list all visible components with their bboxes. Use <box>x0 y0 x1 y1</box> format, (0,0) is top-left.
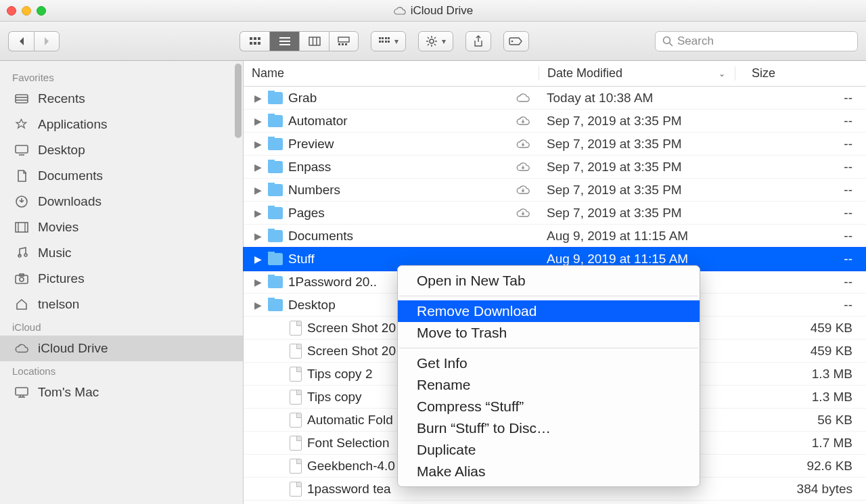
row-name: Automatic Fold <box>307 413 393 428</box>
folder-icon <box>268 161 283 173</box>
svg-rect-13 <box>338 43 340 45</box>
row-size: -- <box>756 137 866 152</box>
sidebar-item-downloads[interactable]: Downloads <box>0 189 243 214</box>
svg-rect-1 <box>254 37 256 40</box>
group-by-button[interactable]: ▾ <box>371 31 406 51</box>
downloads-icon <box>14 195 30 208</box>
table-row[interactable]: ▶PreviewSep 7, 2019 at 3:35 PM-- <box>244 133 866 156</box>
file-icon <box>290 459 302 474</box>
row-size: -- <box>756 229 866 244</box>
menu-item-open-in-new-tab[interactable]: Open in New Tab <box>398 270 700 292</box>
view-columns-button[interactable] <box>299 31 329 51</box>
menu-item-rename[interactable]: Rename <box>398 374 700 396</box>
sidebar-item-documents[interactable]: Documents <box>0 163 243 189</box>
disclosure-triangle-icon[interactable]: ▶ <box>253 139 263 150</box>
movies-icon <box>14 221 30 234</box>
sidebar-item-label: Tom's Mac <box>38 385 99 400</box>
file-icon <box>290 436 302 451</box>
window-title: iCloud Drive <box>393 4 474 18</box>
context-menu: Open in New TabRemove DownloadMove to Tr… <box>397 265 700 487</box>
svg-rect-5 <box>258 42 260 45</box>
chevron-down-icon: ▾ <box>442 37 446 46</box>
disclosure-triangle-icon[interactable]: ▶ <box>253 300 263 311</box>
disclosure-triangle-icon[interactable]: ▶ <box>253 277 263 288</box>
close-window-button[interactable] <box>7 6 16 16</box>
svg-rect-20 <box>385 37 387 39</box>
table-row[interactable]: ▶PagesSep 7, 2019 at 3:35 PM-- <box>244 202 866 225</box>
column-date-modified[interactable]: Date Modified ⌄ <box>539 66 735 81</box>
svg-rect-21 <box>388 37 390 39</box>
chevron-down-icon: ▾ <box>394 37 398 46</box>
action-menu-button[interactable]: ▾ <box>418 31 453 51</box>
folder-icon <box>268 207 283 219</box>
folder-icon <box>268 92 283 104</box>
disclosure-triangle-icon[interactable]: ▶ <box>253 231 263 242</box>
sidebar-item-label: Applications <box>38 117 107 132</box>
svg-line-29 <box>428 37 429 39</box>
table-row[interactable]: ▶AutomatorSep 7, 2019 at 3:35 PM-- <box>244 110 866 133</box>
row-size: 92.6 KB <box>756 459 866 474</box>
row-name: Numbers <box>288 183 340 198</box>
toolbar: ▾ ▾ Search <box>0 22 866 61</box>
applications-icon <box>14 118 30 131</box>
row-name: Stuff <box>288 252 315 267</box>
disclosure-triangle-icon[interactable]: ▶ <box>253 185 263 196</box>
menu-item-move-to-trash[interactable]: Move to Trash <box>398 322 700 344</box>
table-row[interactable]: ▶EnpassSep 7, 2019 at 3:35 PM-- <box>244 156 866 179</box>
menu-item-compress-stuff[interactable]: Compress “Stuff” <box>398 396 700 417</box>
sort-indicator-icon: ⌄ <box>719 69 725 78</box>
sidebar-item-pictures[interactable]: Pictures <box>0 266 243 292</box>
menu-item-remove-download[interactable]: Remove Download <box>398 300 700 322</box>
sidebar-item-recents[interactable]: Recents <box>0 86 243 112</box>
sidebar-item-label: Downloads <box>38 194 101 209</box>
zoom-window-button[interactable] <box>37 6 46 16</box>
disclosure-triangle-icon[interactable]: ▶ <box>253 254 263 265</box>
disclosure-triangle-icon[interactable]: ▶ <box>253 93 263 104</box>
disclosure-triangle-icon[interactable]: ▶ <box>253 116 263 127</box>
row-size: 1.3 MB <box>756 390 866 405</box>
back-button[interactable] <box>8 31 34 51</box>
minimize-window-button[interactable] <box>22 6 31 16</box>
tags-button[interactable] <box>503 31 529 51</box>
menu-item-duplicate[interactable]: Duplicate <box>398 439 700 461</box>
table-row[interactable]: ▶GrabToday at 10:38 AM-- <box>244 87 866 110</box>
menu-item-make-alias[interactable]: Make Alias <box>398 461 700 482</box>
row-name: 1Password 20.. <box>288 275 377 290</box>
scrollbar-thumb[interactable] <box>235 64 242 138</box>
menu-item-burn-stuff-to-disc[interactable]: Burn “Stuff” to Disc… <box>398 417 700 439</box>
column-name[interactable]: Name <box>244 66 539 81</box>
sidebar-heading: Favorites <box>0 68 243 86</box>
share-button[interactable] <box>465 31 491 51</box>
view-gallery-button[interactable] <box>329 31 359 51</box>
sidebar-item-music[interactable]: Music <box>0 240 243 266</box>
forward-button[interactable] <box>34 31 60 51</box>
row-name: Grab <box>288 91 317 106</box>
column-size[interactable]: Size <box>735 66 866 81</box>
menu-item-get-info[interactable]: Get Info <box>398 352 700 374</box>
sidebar-item-desktop[interactable]: Desktop <box>0 137 243 163</box>
row-date: Aug 9, 2019 at 11:15 AM <box>539 229 756 244</box>
menu-separator <box>399 296 698 296</box>
sidebar-item-applications[interactable]: Applications <box>0 112 243 137</box>
file-icon <box>290 482 302 497</box>
table-row[interactable]: ▶DocumentsAug 9, 2019 at 11:15 AM-- <box>244 225 866 248</box>
row-name: Automator <box>288 114 348 129</box>
sidebar-item-tom-s-mac[interactable]: Tom's Mac <box>0 380 243 405</box>
sidebar-item-icloud-drive[interactable]: iCloud Drive <box>0 336 243 361</box>
row-date: Sep 7, 2019 at 3:35 PM <box>539 137 756 152</box>
svg-rect-15 <box>345 43 347 45</box>
disclosure-triangle-icon[interactable]: ▶ <box>253 162 263 173</box>
documents-icon <box>14 169 30 183</box>
folder-icon <box>268 299 283 311</box>
tag-icon <box>509 36 524 47</box>
sidebar-item-movies[interactable]: Movies <box>0 214 243 240</box>
svg-rect-42 <box>16 223 28 232</box>
search-field[interactable]: Search <box>655 31 858 51</box>
disclosure-triangle-icon[interactable]: ▶ <box>253 208 263 219</box>
row-size: 1.3 MB <box>756 367 866 382</box>
table-row[interactable]: ▶NumbersSep 7, 2019 at 3:35 PM-- <box>244 179 866 202</box>
view-icons-button[interactable] <box>240 31 269 51</box>
sidebar-item-tnelson[interactable]: tnelson <box>0 292 243 317</box>
svg-rect-12 <box>338 37 349 42</box>
view-list-button[interactable] <box>269 31 299 51</box>
